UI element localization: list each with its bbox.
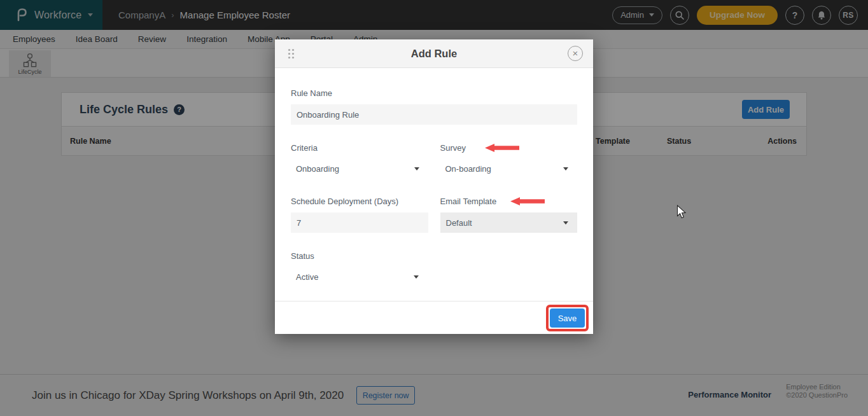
rule-name-label: Rule Name: [291, 88, 332, 98]
add-rule-modal: Add Rule × Rule Name Criteria Onboarding: [275, 39, 593, 334]
drag-handle-icon[interactable]: [288, 48, 295, 59]
schedule-label: Schedule Deployment (Days): [291, 197, 398, 206]
close-icon[interactable]: ×: [568, 46, 583, 61]
modal-body: Rule Name Criteria Onboarding Survey: [275, 68, 593, 286]
schedule-input[interactable]: [291, 212, 428, 233]
annotation-arrow-survey: [485, 144, 519, 152]
status-label: Status: [291, 251, 314, 261]
schedule-field: Schedule Deployment (Days): [291, 197, 428, 233]
criteria-label: Criteria: [291, 143, 318, 153]
survey-field: Survey On-boarding: [440, 143, 578, 178]
chevron-down-icon: [414, 167, 419, 170]
email-template-field: Email Template Default: [440, 197, 578, 233]
criteria-select[interactable]: Onboarding: [291, 159, 428, 178]
rule-name-input[interactable]: [291, 104, 577, 125]
rule-name-field: Rule Name: [291, 88, 577, 125]
email-template-label: Email Template: [440, 197, 497, 206]
survey-select[interactable]: On-boarding: [440, 159, 578, 178]
status-select[interactable]: Active: [291, 267, 428, 286]
modal-header: Add Rule ×: [275, 39, 593, 68]
chevron-down-icon: [563, 167, 568, 170]
modal-title: Add Rule: [275, 48, 593, 60]
criteria-field: Criteria Onboarding: [291, 143, 428, 178]
modal-footer: Save: [275, 301, 593, 334]
survey-value: On-boarding: [445, 164, 491, 174]
annotation-arrow-email-template: [510, 197, 545, 205]
email-template-value: Default: [446, 218, 472, 228]
schedule-template-row: Schedule Deployment (Days) Email Templat…: [291, 197, 577, 233]
criteria-survey-row: Criteria Onboarding Survey: [291, 143, 577, 178]
status-value: Active: [296, 272, 318, 282]
chevron-down-icon: [563, 221, 568, 225]
save-button[interactable]: Save: [550, 309, 585, 328]
survey-label: Survey: [440, 143, 466, 153]
criteria-value: Onboarding: [296, 164, 339, 174]
chevron-down-icon: [414, 275, 419, 279]
annotation-box-save: Save: [546, 305, 589, 331]
email-template-select[interactable]: Default: [440, 212, 578, 233]
status-field: Status Active: [291, 251, 428, 286]
